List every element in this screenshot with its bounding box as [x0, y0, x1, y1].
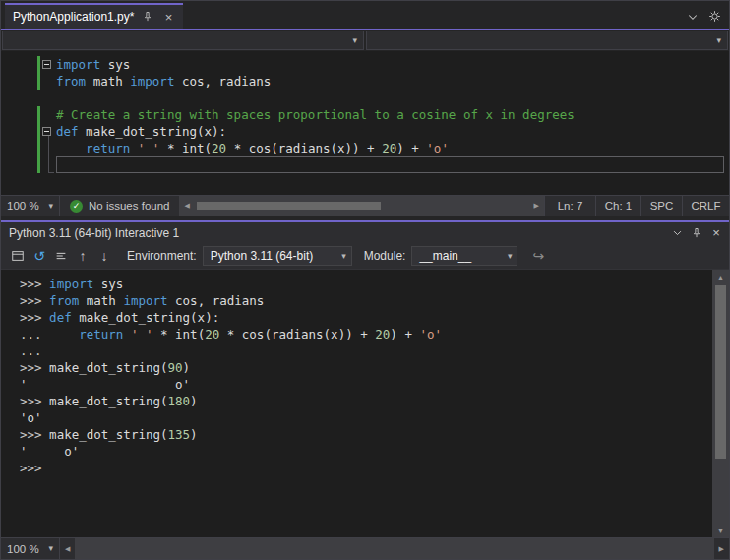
- reset-icon[interactable]: ↺: [29, 246, 50, 266]
- editor-line-text[interactable]: # Create a string with spaces proportion…: [56, 106, 729, 123]
- console-line[interactable]: >>> import sys: [20, 276, 712, 292]
- code-token: math: [79, 293, 123, 308]
- editor-line-text[interactable]: [56, 90, 729, 106]
- console-line[interactable]: ' o': [20, 376, 712, 393]
- editor-line[interactable]: return ' ' * int(20 * cos(radians(x)) + …: [1, 140, 729, 156]
- scroll-right-icon[interactable]: ▶: [529, 196, 544, 216]
- editor-line[interactable]: def make_dot_string(x):: [1, 123, 729, 140]
- editor-gutter[interactable]: [1, 73, 42, 90]
- line-ending-indicator[interactable]: CRLF: [682, 196, 729, 216]
- project-dropdown[interactable]: ▾: [2, 31, 364, 50]
- editor-gutter[interactable]: [1, 156, 42, 173]
- editor-line-text[interactable]: def make_dot_string(x):: [56, 123, 729, 140]
- editor-gutter[interactable]: [1, 90, 42, 106]
- editor-line-text[interactable]: [56, 156, 724, 173]
- close-icon[interactable]: ×: [161, 10, 175, 24]
- editor-line[interactable]: [1, 90, 729, 106]
- issues-indicator[interactable]: ✓ No issues found: [60, 196, 179, 216]
- scroll-right-icon[interactable]: ▶: [714, 538, 729, 559]
- interactive-console[interactable]: >>> import sys>>> from math import cos, …: [1, 270, 712, 537]
- pin-icon[interactable]: [688, 224, 705, 242]
- editor-horizontal-scrollbar[interactable]: ◀ ▶: [179, 196, 544, 216]
- fold-margin[interactable]: [42, 90, 56, 106]
- scrollbar-track[interactable]: [195, 196, 529, 216]
- document-tab[interactable]: PythonApplication1.py* ×: [5, 3, 183, 29]
- chevron-down-icon[interactable]: [687, 11, 699, 23]
- send-arrow-icon[interactable]: ↪: [527, 246, 549, 266]
- scroll-left-icon[interactable]: ◀: [179, 196, 194, 216]
- zoom-dropdown[interactable]: 100 % ▾: [1, 538, 60, 559]
- console-line[interactable]: >>> make_dot_string(180): [20, 393, 712, 409]
- scroll-up-icon[interactable]: ▲: [712, 270, 729, 283]
- fold-margin[interactable]: [42, 156, 56, 173]
- scrollbar-thumb[interactable]: [197, 202, 381, 210]
- code-token: sys: [93, 277, 123, 291]
- environment-window-icon[interactable]: [7, 246, 29, 266]
- editor-line[interactable]: # Create a string with spaces proportion…: [1, 106, 729, 123]
- editor-gutter[interactable]: [1, 106, 42, 123]
- console-line[interactable]: >>> def make_dot_string(x):: [20, 309, 712, 326]
- console-line[interactable]: >>> make_dot_string(90): [20, 359, 712, 376]
- module-dropdown[interactable]: __main__ ▾: [411, 246, 517, 266]
- code-token: >>>: [20, 360, 49, 375]
- zoom-value: 100 %: [7, 200, 39, 212]
- zoom-dropdown[interactable]: 100 % ▾: [1, 196, 60, 216]
- fold-margin[interactable]: [42, 123, 56, 140]
- editor-lines: import sysfrom math import cos, radians#…: [1, 56, 729, 173]
- scroll-down-icon[interactable]: ▼: [712, 524, 729, 537]
- line-indicator: Ln: 7: [544, 196, 595, 216]
- console-line[interactable]: >>> make_dot_string(135): [20, 426, 712, 443]
- code-token: math: [86, 74, 130, 89]
- code-editor[interactable]: import sysfrom math import cos, radians#…: [1, 51, 729, 195]
- editor-line-text[interactable]: from math import cos, radians: [56, 73, 729, 90]
- clear-screen-icon[interactable]: [50, 246, 72, 266]
- code-token: [49, 327, 79, 342]
- console-line[interactable]: 'o': [20, 409, 712, 426]
- console-line[interactable]: ...: [20, 342, 712, 359]
- history-previous-icon[interactable]: ↑: [72, 246, 93, 266]
- history-next-icon[interactable]: ↓: [93, 246, 115, 266]
- vertical-scrollbar[interactable]: ▲ ▼: [712, 270, 729, 537]
- fold-margin[interactable]: [42, 73, 56, 90]
- console-line[interactable]: ' o': [20, 443, 712, 460]
- code-token: >>>: [20, 461, 42, 475]
- console-line[interactable]: >>>: [20, 460, 712, 476]
- gear-icon[interactable]: [708, 10, 721, 23]
- environment-dropdown[interactable]: Python 3.11 (64-bit) ▾: [203, 246, 352, 266]
- close-icon[interactable]: ×: [707, 224, 725, 242]
- editor-gutter[interactable]: [1, 56, 42, 73]
- interactive-title-bar[interactable]: Python 3.11 (64-bit) Interactive 1 ×: [1, 220, 729, 243]
- editor-status-bar: 100 % ▾ ✓ No issues found ◀ ▶ Ln: 7 Ch: …: [1, 195, 729, 216]
- check-circle-icon: ✓: [70, 200, 83, 213]
- code-token: make_dot_string(: [49, 360, 167, 375]
- code-token: 135: [168, 427, 191, 442]
- code-token: import: [123, 293, 167, 308]
- scrollbar-track[interactable]: [712, 283, 729, 524]
- pin-icon[interactable]: [141, 10, 154, 24]
- editor-line[interactable]: [1, 156, 729, 173]
- module-value: __main__: [419, 249, 471, 263]
- editor-line[interactable]: import sys: [1, 56, 729, 73]
- scrollbar-track[interactable]: [75, 538, 713, 559]
- editor-line-text[interactable]: return ' ' * int(20 * cos(radians(x)) + …: [56, 140, 729, 156]
- member-dropdown[interactable]: ▾: [366, 31, 728, 50]
- console-line[interactable]: ... return ' ' * int(20 * cos(radians(x)…: [20, 326, 712, 342]
- editor-line-text[interactable]: import sys: [56, 56, 729, 73]
- console-line[interactable]: >>> from math import cos, radians: [20, 292, 712, 309]
- chevron-down-icon: ▾: [48, 202, 53, 211]
- editor-gutter[interactable]: [1, 140, 42, 156]
- fold-margin[interactable]: [42, 56, 56, 73]
- scrollbar-thumb[interactable]: [715, 285, 726, 459]
- code-token: cos, radians: [168, 293, 265, 308]
- fold-margin[interactable]: [42, 140, 56, 156]
- fold-margin[interactable]: [42, 106, 56, 123]
- scroll-left-icon[interactable]: ◀: [60, 538, 75, 559]
- space-mode-indicator[interactable]: SPC: [640, 196, 682, 216]
- code-token: * cos(radians(x)) +: [219, 327, 375, 342]
- window-menu-chevron-icon[interactable]: [668, 224, 686, 242]
- code-token: 90: [168, 360, 183, 375]
- fold-collapse-icon[interactable]: [42, 60, 51, 69]
- fold-collapse-icon[interactable]: [42, 127, 51, 136]
- editor-gutter[interactable]: [1, 123, 42, 140]
- editor-line[interactable]: from math import cos, radians: [1, 73, 729, 90]
